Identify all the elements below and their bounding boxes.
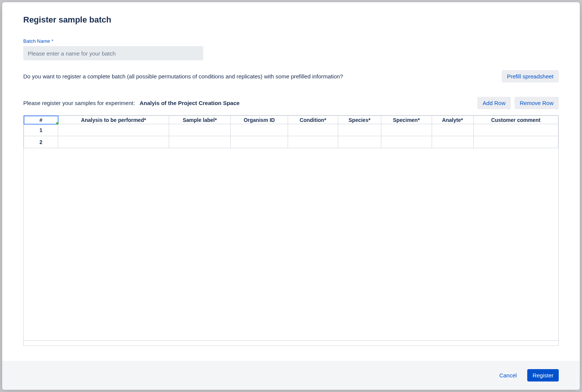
- col-header-comment[interactable]: Customer comment: [473, 116, 558, 124]
- cell-specimen[interactable]: [381, 124, 432, 136]
- batch-name-label: Batch Name *: [23, 38, 559, 44]
- table-header-row: # Analysis to be performed* Sample label…: [24, 116, 558, 124]
- batch-name-input[interactable]: [23, 46, 203, 60]
- cell-organism[interactable]: [231, 124, 288, 136]
- table-row: 2: [24, 136, 558, 148]
- cancel-button[interactable]: Cancel: [494, 369, 522, 381]
- modal-title: Register sample batch: [23, 15, 559, 25]
- register-samples-prompt: Please register your samples for experim…: [23, 100, 135, 106]
- col-header-specimen[interactable]: Specimen*: [381, 116, 432, 124]
- cell-species[interactable]: [338, 124, 381, 136]
- cell-analyte[interactable]: [432, 124, 473, 136]
- prefill-prompt: Do you want to register a complete batch…: [23, 73, 343, 80]
- prefill-row: Do you want to register a complete batch…: [23, 70, 559, 83]
- remove-row-button[interactable]: Remove Row: [514, 97, 559, 109]
- spreadsheet: # Analysis to be performed* Sample label…: [23, 115, 559, 346]
- samples-table[interactable]: # Analysis to be performed* Sample label…: [24, 116, 558, 148]
- experiment-name: Analyis of the Project Creation Space: [140, 100, 240, 106]
- batch-name-label-text: Batch Name: [23, 38, 50, 44]
- row-number[interactable]: 2: [24, 136, 58, 148]
- cell-analysis[interactable]: [58, 124, 169, 136]
- cell-organism[interactable]: [231, 136, 288, 148]
- cell-analyte[interactable]: [432, 136, 473, 148]
- required-marker: *: [52, 39, 54, 44]
- cell-comment[interactable]: [473, 124, 558, 136]
- register-samples-text: Please register your samples for experim…: [23, 100, 240, 106]
- row-number[interactable]: 1: [24, 124, 58, 136]
- register-samples-row: Please register your samples for experim…: [23, 97, 559, 109]
- cell-condition[interactable]: [288, 124, 338, 136]
- cell-condition[interactable]: [288, 136, 338, 148]
- table-row: 1: [24, 124, 558, 136]
- col-header-condition[interactable]: Condition*: [288, 116, 338, 124]
- col-header-analyte[interactable]: Analyte*: [432, 116, 473, 124]
- col-header-analysis[interactable]: Analysis to be performed*: [58, 116, 169, 124]
- cell-analysis[interactable]: [58, 136, 169, 148]
- modal-body: Register sample batch Batch Name * Do yo…: [2, 2, 580, 361]
- col-header-label[interactable]: Sample label*: [169, 116, 231, 124]
- spreadsheet-footer-bar: [24, 340, 558, 345]
- row-buttons: Add Row Remove Row: [477, 97, 559, 109]
- cell-comment[interactable]: [473, 136, 558, 148]
- cell-label[interactable]: [169, 136, 231, 148]
- col-header-organism[interactable]: Organism ID: [231, 116, 288, 124]
- add-row-button[interactable]: Add Row: [477, 97, 511, 109]
- col-header-hash[interactable]: #: [24, 116, 58, 124]
- register-batch-modal: Register sample batch Batch Name * Do yo…: [2, 2, 580, 390]
- cell-label[interactable]: [169, 124, 231, 136]
- col-header-species[interactable]: Species*: [338, 116, 381, 124]
- spreadsheet-empty-area[interactable]: [24, 148, 558, 340]
- cell-species[interactable]: [338, 136, 381, 148]
- modal-footer: Cancel Register: [2, 361, 580, 390]
- register-button[interactable]: Register: [527, 369, 559, 381]
- prefill-spreadsheet-button[interactable]: Prefill spreadsheet: [502, 70, 559, 83]
- cell-specimen[interactable]: [381, 136, 432, 148]
